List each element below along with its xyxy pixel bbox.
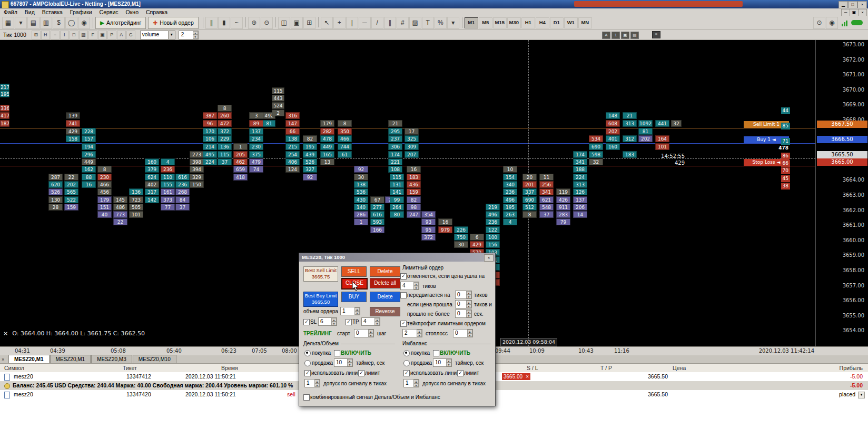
shapes-icon[interactable]: ▨: [409, 17, 421, 29]
dialog-title[interactable]: MESZ20, Тик 1000: [299, 253, 495, 262]
col-ticket[interactable]: Тикет: [123, 364, 137, 372]
record-icon[interactable]: ◉: [78, 17, 90, 29]
imbalance-enable-checkbox[interactable]: [433, 350, 439, 356]
col-price[interactable]: Цена: [673, 364, 686, 372]
sl-checkbox[interactable]: ✓: [303, 319, 310, 325]
volume-mode-select[interactable]: volume▼: [140, 31, 175, 39]
move-spinner[interactable]: 0▲▼: [455, 291, 472, 299]
new-order-button[interactable]: ✚Новый ордер: [148, 17, 198, 29]
text-tool-icon[interactable]: T: [422, 17, 434, 29]
close-button[interactable]: ×: [857, 1, 867, 8]
chart-toolbar-button[interactable]: A: [117, 31, 126, 39]
cancel-if-spinner[interactable]: 4▲▼: [400, 282, 419, 290]
stoploss-spinner[interactable]: 0▲▼: [453, 329, 473, 337]
delta-tolerance-spinner[interactable]: 1▲▼: [304, 379, 320, 387]
fibonacci-icon[interactable]: #: [397, 17, 409, 29]
cancel-if-checkbox[interactable]: ✓: [400, 273, 407, 280]
col-time[interactable]: Время: [221, 364, 238, 372]
col-sl[interactable]: S / L: [527, 364, 538, 372]
spin-up-icon[interactable]: ▲: [193, 31, 198, 35]
delta-use-line-checkbox[interactable]: ✓: [304, 370, 311, 376]
menu-item[interactable]: Вид: [21, 8, 38, 16]
chart-toolbar-button[interactable]: ▨: [79, 31, 88, 39]
timeframe-button-m1[interactable]: M1: [465, 17, 478, 28]
line-chart-icon[interactable]: ~: [231, 17, 243, 29]
remove-sl-icon[interactable]: ×: [526, 374, 529, 380]
algotrading-button[interactable]: ▶Алготрейдинг: [95, 17, 146, 29]
chart-corner-button[interactable]: ▤: [630, 32, 639, 39]
sell-button[interactable]: SELL: [341, 266, 367, 277]
col-symbol[interactable]: Символ: [4, 364, 24, 372]
timeframe-button-m15[interactable]: M15: [493, 17, 507, 28]
bars-chart-icon[interactable]: ∥: [205, 17, 218, 29]
chart-toolbar-button[interactable]: I: [60, 31, 69, 39]
chart-dropdown-icon[interactable]: ▾: [15, 17, 27, 29]
menu-item[interactable]: Окно: [122, 8, 142, 16]
chart-toolbar-button[interactable]: C: [126, 31, 135, 39]
search-icon[interactable]: ⊙: [813, 17, 825, 29]
chart-toolbar-button[interactable]: ⊞: [32, 31, 41, 39]
combined-signal-checkbox[interactable]: [303, 394, 310, 401]
trendline-tool-icon[interactable]: /: [371, 17, 383, 29]
spin-down-icon[interactable]: ▼: [193, 35, 198, 39]
mdi-restore-button[interactable]: ▣: [850, 9, 859, 16]
delta-sell-radio[interactable]: [304, 360, 311, 366]
row-step-stepper[interactable]: 2▲▼: [179, 31, 199, 39]
hline-tool-icon[interactable]: ─: [359, 17, 371, 29]
delete-buy-button[interactable]: Delete: [370, 292, 400, 302]
zoom-in-icon[interactable]: ⊕: [248, 17, 260, 29]
chart-toolbar-button[interactable]: H: [41, 31, 50, 39]
best-buy-limit-button[interactable]: Best Buy Limit3665.50: [303, 292, 338, 307]
delete-sell-button[interactable]: Delete: [370, 266, 400, 277]
elapsed-spinner[interactable]: 0▲▼: [455, 310, 472, 318]
imbalance-use-line-checkbox[interactable]: ✓: [403, 370, 410, 376]
timeframe-button-h1[interactable]: H1: [521, 17, 535, 28]
delta-enable-checkbox[interactable]: [334, 350, 340, 356]
timeframe-button-w1[interactable]: W1: [564, 17, 578, 28]
order-volume-spinner[interactable]: 1▲▼: [340, 307, 360, 315]
imbalance-buy-radio[interactable]: [403, 350, 410, 356]
delete-all-button[interactable]: Delete all: [370, 278, 400, 288]
arrows-tool-icon[interactable]: %: [435, 17, 447, 29]
tp-spinner[interactable]: 4▲▼: [361, 317, 380, 326]
quotes-icon[interactable]: ◯: [65, 17, 77, 29]
timeframe-button-m30[interactable]: M30: [507, 17, 521, 28]
buy-button[interactable]: BUY: [341, 292, 367, 302]
new-chart-icon[interactable]: ▦: [2, 17, 14, 29]
delta-limit-checkbox[interactable]: ✓: [358, 370, 364, 376]
imbalance-limit-checkbox[interactable]: ✓: [457, 370, 463, 376]
chart-tab[interactable]: MESZ20,M1: [50, 355, 91, 363]
chart-tab[interactable]: MESZ20,M3: [91, 355, 132, 363]
sl-value-chip[interactable]: 3665.00×: [502, 373, 530, 380]
takeprofit-spinner[interactable]: 2▲▼: [402, 329, 422, 337]
maximize-button[interactable]: □: [848, 1, 857, 8]
candles-chart-icon[interactable]: ▮: [218, 17, 230, 29]
vline-tool-icon[interactable]: |: [346, 17, 358, 29]
timeframe-button-h4[interactable]: H4: [536, 17, 549, 28]
menu-item[interactable]: Графики: [66, 8, 96, 16]
chart-toolbar-button[interactable]: P: [107, 31, 116, 39]
tabbar-close-icon[interactable]: ×: [2, 357, 4, 362]
best-sell-limit-button[interactable]: Best Sell Limit3665.75: [303, 266, 338, 282]
crosshair-icon[interactable]: +: [333, 17, 346, 29]
delta-timer-spinner[interactable]: 10▲▼: [334, 358, 353, 367]
account-icon[interactable]: ◉: [826, 17, 838, 29]
chart-corner-button[interactable]: ▣: [621, 32, 629, 39]
price-passed-spinner[interactable]: 0▲▼: [455, 300, 472, 308]
timeframe-button-d1[interactable]: D1: [550, 17, 564, 28]
chart-toolbar-button[interactable]: −: [51, 31, 60, 39]
tools-dropdown-icon[interactable]: ▾: [447, 17, 459, 29]
menu-item[interactable]: Вставка: [38, 8, 66, 16]
chart-corner-button[interactable]: A: [602, 32, 610, 39]
mdi-close-button[interactable]: ×: [858, 9, 867, 16]
col-tp[interactable]: T / P: [600, 364, 612, 372]
chart-corner-button[interactable]: 1: [611, 32, 620, 39]
minimize-button[interactable]: ▁: [839, 1, 848, 8]
mdi-minimize-button[interactable]: ─: [841, 9, 850, 16]
imbalance-tolerance-spinner[interactable]: 1▲▼: [403, 379, 419, 387]
chart-toolbar-button[interactable]: F: [88, 31, 97, 39]
menu-item[interactable]: Сервис: [96, 8, 122, 16]
cascade-windows-icon[interactable]: ▣: [291, 17, 303, 29]
reverse-button[interactable]: Reverse: [370, 307, 400, 316]
price-axis[interactable]: 3673.003672.003671.003670.003669.003668.…: [815, 40, 868, 346]
